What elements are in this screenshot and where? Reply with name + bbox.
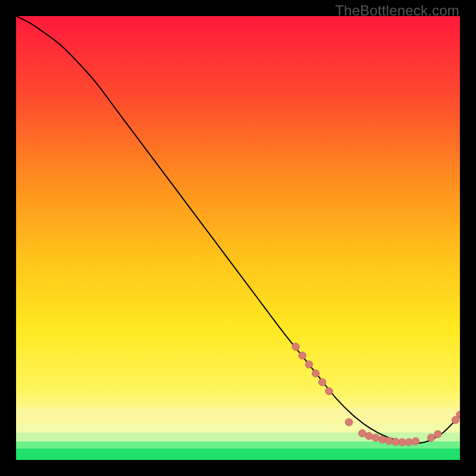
data-dot [345, 418, 352, 425]
data-dot [325, 387, 333, 394]
data-dot [392, 438, 399, 445]
data-dot [427, 434, 434, 441]
data-dot [405, 439, 412, 446]
plot-area [16, 16, 460, 460]
bottleneck-curve-path [16, 16, 460, 443]
data-dot [312, 369, 319, 377]
data-dot [365, 433, 372, 440]
curve-group [16, 16, 460, 443]
data-dot [305, 361, 312, 368]
data-dot [399, 439, 406, 446]
data-dot [372, 434, 379, 441]
data-dot [319, 378, 326, 386]
chart-svg [16, 16, 460, 460]
data-dot [299, 352, 306, 359]
data-dots-group [292, 343, 460, 446]
data-dot [385, 437, 392, 444]
data-dot [359, 430, 366, 437]
data-dot [434, 431, 441, 438]
data-dot [292, 343, 299, 350]
data-dot [412, 437, 419, 444]
data-dot [378, 436, 386, 443]
